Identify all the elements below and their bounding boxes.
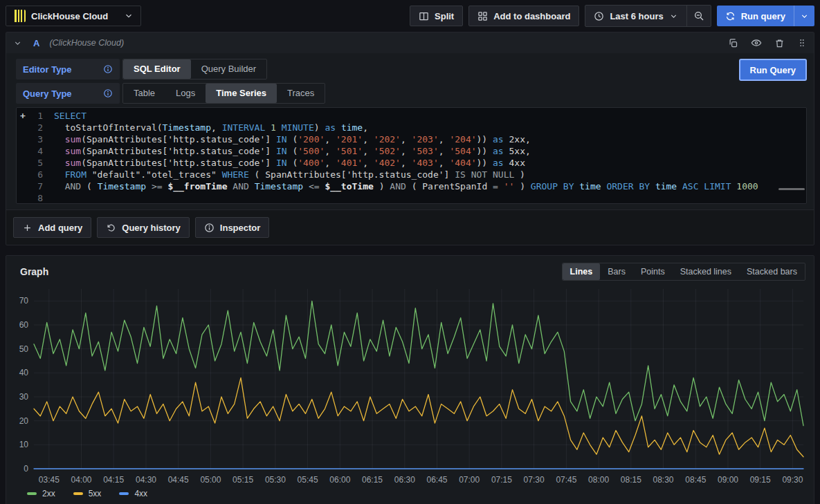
svg-text:08:30: 08:30	[653, 475, 673, 485]
option-sql-editor[interactable]: SQL Editor	[123, 59, 191, 79]
info-circle-icon[interactable]	[103, 64, 113, 74]
query-ref-id[interactable]: A	[33, 38, 39, 48]
split-button[interactable]: Split	[410, 6, 463, 26]
collapse-chevron-icon[interactable]	[13, 39, 22, 48]
time-range-picker[interactable]: Last 6 hours	[585, 6, 686, 26]
code-line[interactable]: +1SELECT	[17, 110, 806, 122]
inspector-button[interactable]: Inspector	[195, 217, 270, 238]
option-logs[interactable]: Logs	[165, 84, 206, 103]
svg-text:04:00: 04:00	[71, 475, 91, 485]
svg-text:07:45: 07:45	[556, 475, 576, 485]
datasource-picker[interactable]: ClickHouse Cloud	[6, 6, 141, 26]
gutter-add-sign	[17, 169, 29, 180]
legend-label: 2xx	[42, 489, 55, 498]
run-query-button[interactable]: Run query	[717, 6, 794, 26]
graph-style-options: LinesBarsPointsStacked linesStacked bars	[562, 263, 805, 281]
datasource-name: ClickHouse Cloud	[31, 11, 118, 21]
svg-text:30: 30	[19, 392, 29, 402]
apps-grid-icon	[477, 11, 488, 21]
option-stacked-lines[interactable]: Stacked lines	[673, 263, 739, 280]
option-query-builder[interactable]: Query Builder	[191, 59, 266, 79]
code-line[interactable]: 3 sum(SpanAttributes['http.status_code']…	[17, 133, 806, 145]
run-query-panel-button[interactable]: Run Query	[739, 59, 807, 81]
code-line[interactable]: 2 toStartOfInterval(Timestamp, INTERVAL …	[17, 122, 806, 133]
duplicate-query-icon[interactable]	[728, 38, 738, 48]
code-text: FROM "default"."otel_traces" WHERE ( Spa…	[54, 169, 525, 180]
option-traces[interactable]: Traces	[277, 84, 325, 103]
plus-icon	[22, 223, 33, 233]
option-table[interactable]: Table	[123, 84, 165, 103]
query-history-label: Query history	[122, 223, 181, 233]
toggle-visibility-eye-icon[interactable]	[751, 37, 762, 48]
query-history-button[interactable]: Query history	[97, 217, 190, 238]
legend-item-4xx[interactable]: 4xx	[119, 489, 147, 498]
legend-item-5xx[interactable]: 5xx	[73, 489, 102, 498]
svg-text:08:00: 08:00	[588, 475, 609, 485]
info-circle-icon[interactable]	[103, 88, 113, 98]
code-line[interactable]: 5 sum(SpanAttributes['http.status_code']…	[17, 157, 806, 169]
legend-item-2xx[interactable]: 2xx	[27, 489, 55, 498]
code-text: SELECT	[54, 110, 86, 122]
svg-text:0: 0	[24, 464, 28, 474]
info-circle-icon	[204, 223, 215, 233]
code-line[interactable]: 6 FROM "default"."otel_traces" WHERE ( S…	[17, 169, 806, 180]
legend-label: 4xx	[134, 489, 147, 498]
option-stacked-bars[interactable]: Stacked bars	[739, 263, 805, 280]
line-number: 4	[29, 145, 43, 157]
chart-legend: 2xx5xx4xx	[27, 489, 814, 498]
sync-icon	[725, 11, 736, 21]
option-points[interactable]: Points	[633, 263, 673, 280]
legend-color-chip	[27, 492, 37, 495]
svg-text:07:30: 07:30	[524, 475, 545, 485]
svg-text:20: 20	[19, 416, 29, 426]
zoom-out-button[interactable]	[687, 6, 711, 26]
drag-handle-icon[interactable]	[797, 38, 807, 48]
code-line[interactable]: 7 AND ( Timestamp >= $__fromTime AND Tim…	[17, 180, 806, 192]
editor-type-label: Editor Type	[23, 64, 72, 75]
secondary-actions: Add query Query history Inspector	[6, 210, 814, 245]
line-number: 5	[29, 157, 43, 169]
svg-text:60: 60	[19, 320, 29, 330]
svg-text:06:15: 06:15	[362, 475, 383, 485]
svg-text:06:45: 06:45	[426, 475, 447, 485]
datasource-hint: (ClickHouse Cloud)	[49, 38, 124, 48]
run-query-caret[interactable]	[794, 6, 814, 26]
svg-text:05:00: 05:00	[200, 475, 221, 485]
gutter-add-sign: +	[17, 110, 29, 122]
svg-text:05:45: 05:45	[298, 475, 318, 485]
add-to-dashboard-label: Add to dashboard	[493, 11, 570, 21]
editor-type-options: SQL EditorQuery Builder	[122, 59, 267, 80]
svg-text:09:30: 09:30	[782, 475, 803, 485]
time-series-chart[interactable]: 01020304050607003:4504:0004:1504:3004:45…	[6, 283, 814, 488]
svg-text:04:30: 04:30	[136, 475, 156, 485]
gutter-add-sign	[17, 192, 29, 204]
option-time-series[interactable]: Time Series	[206, 84, 277, 103]
query-row-actions	[728, 37, 807, 48]
add-query-label: Add query	[38, 223, 82, 233]
svg-text:09:00: 09:00	[718, 475, 738, 485]
line-number: 1	[29, 110, 43, 122]
add-query-button[interactable]: Add query	[13, 217, 91, 238]
legend-color-chip	[73, 492, 83, 495]
gutter-add-sign	[17, 157, 29, 169]
add-to-dashboard-button[interactable]: Add to dashboard	[468, 6, 579, 26]
svg-text:10: 10	[19, 440, 29, 449]
code-line[interactable]: 8	[17, 192, 806, 204]
clock-icon	[594, 11, 604, 21]
gutter-add-sign	[17, 180, 29, 192]
run-query-label: Run query	[741, 11, 785, 21]
option-lines[interactable]: Lines	[563, 263, 601, 280]
code-text: sum(SpanAttributes['http.status_code'] I…	[54, 145, 531, 157]
delete-query-trash-icon[interactable]	[774, 38, 785, 48]
graph-panel: Graph LinesBarsPointsStacked linesStacke…	[6, 255, 814, 504]
chevron-down-icon	[669, 12, 678, 21]
editor-horizontal-scrollbar[interactable]	[778, 188, 805, 190]
sql-code-editor[interactable]: +1SELECT2 toStartOfInterval(Timestamp, I…	[16, 107, 807, 204]
svg-text:09:15: 09:15	[750, 475, 771, 485]
explore-toolbar: ClickHouse Cloud Split Add to dashboard …	[0, 0, 820, 32]
line-number: 6	[29, 169, 43, 180]
svg-text:07:00: 07:00	[459, 475, 480, 485]
option-bars[interactable]: Bars	[600, 263, 633, 280]
code-line[interactable]: 4 sum(SpanAttributes['http.status_code']…	[17, 145, 806, 157]
line-number: 3	[29, 133, 43, 145]
